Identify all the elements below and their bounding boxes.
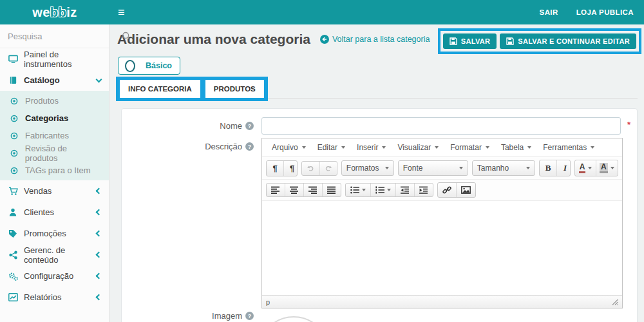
editor-menubar: Arquivo Editar Inserir Visualizar Format… [262,138,622,157]
sidebar-item-relatorios[interactable]: Relatórios [0,287,109,308]
menu-visualizar[interactable]: Visualizar [392,140,444,155]
help-icon[interactable]: ? [245,122,254,130]
required-asterisk: * [627,120,630,129]
sidebar-item-label: Catálogo [24,75,91,85]
editor-toolbar-row2 [262,180,622,201]
brand-logo[interactable]: webbiz [0,5,109,20]
bold-button[interactable]: B [540,160,556,176]
logout-link[interactable]: SAIR [540,8,558,16]
image-button[interactable] [456,183,475,197]
basico-toggle[interactable]: Básico [118,57,180,75]
sidebar-subitem-label: Categorias [25,113,68,123]
tab-info-categoria[interactable]: INFO CATEGORIA [120,80,200,98]
font-group: Fonte [398,160,468,176]
chevron-left-icon [96,252,102,258]
text-color-icon: A [579,163,586,173]
sidebar-subitem-label: TAGs para o Item [25,166,91,175]
link-button[interactable] [438,183,456,197]
menu-arquivo[interactable]: Arquivo [266,140,312,155]
formats-dropdown[interactable]: Formatos [342,161,393,175]
menu-inserir[interactable]: Inserir [351,140,392,155]
menu-formatar[interactable]: Formatar [444,140,495,155]
chevron-down-icon [588,167,592,169]
menu-label: Editar [317,143,337,152]
sidebar-item-configuracao[interactable]: Configuração [0,265,109,287]
media-group [437,182,476,198]
rtl-button[interactable]: ¶ [283,161,298,176]
bullet-list-button[interactable] [346,184,370,196]
indent-button[interactable] [414,184,433,196]
background-color-icon: A [600,163,608,173]
undo-button[interactable] [302,162,319,175]
align-center-button[interactable] [285,184,303,196]
public-store-link[interactable]: LOJA PUBLICA [576,8,634,16]
formats-group: Formatos [341,160,394,176]
help-icon[interactable]: ? [245,312,254,320]
chart-line-icon [8,293,18,301]
sidebar-item-clientes[interactable]: Clientes [0,202,109,223]
sidebar-subitem-categorias[interactable]: Categorias [0,109,109,127]
floppy-disk-icon [450,37,457,45]
chevron-down-icon [382,146,386,149]
page-title: Adicionar uma nova categoria [117,32,310,47]
numbered-list-button[interactable] [370,184,395,196]
sidebar-subitem-produtos[interactable]: Produtos [0,92,109,109]
menu-ferramentas[interactable]: Ferramentas [537,140,600,155]
app-root: webbiz ≡ SAIR LOJA PUBLICA Painel de ins… [0,0,644,322]
brand-logo-iz: iz [66,5,77,19]
toggle-label: Básico [146,61,172,70]
sidebar-subitem-revisao[interactable]: Revisão de produtos [0,144,109,162]
size-dropdown[interactable]: Tamanho [473,161,535,175]
search-icon[interactable] [121,31,131,42]
chevron-down-icon [486,146,489,149]
menu-tabela[interactable]: Tabela [495,140,537,155]
redo-button[interactable] [319,162,337,175]
sidebar-item-label: Clientes [24,207,91,217]
italic-button[interactable]: I [556,160,571,176]
element-path[interactable]: p [266,298,270,306]
align-left-button[interactable] [267,184,285,196]
save-button[interactable]: SALVAR [443,33,497,49]
nome-input[interactable] [261,117,621,135]
pilcrow-icon: ¶ [290,164,294,173]
color-group: A A [574,160,618,176]
save-buttons-highlight: SALVAR SALVAR E CONTINUAR EDITAR [438,28,641,54]
sidebar-item-gerenc-conteudo[interactable]: Gerenc. de conteúdo [0,244,109,265]
font-dropdown[interactable]: Fonte [399,161,468,175]
image-placeholder[interactable] [258,316,329,322]
gears-icon [8,272,18,281]
sidebar-subitem-tags[interactable]: TAGs para o Item [0,162,109,179]
sidebar-subitem-fabricantes[interactable]: Fabricantes [0,127,109,144]
resize-handle-icon[interactable] [612,299,618,305]
menu-label: Tabela [501,143,524,152]
hamburger-menu-icon[interactable]: ≡ [118,6,125,18]
text-color-button[interactable]: A [575,160,596,176]
font-label: Fonte [403,164,423,173]
sidebar-item-dashboard[interactable]: Painel de instrumentos [0,48,109,70]
menu-label: Inserir [357,143,378,152]
background-color-button[interactable]: A [596,160,618,176]
chevron-left-icon [96,188,102,194]
align-justify-button[interactable] [322,184,341,196]
chevron-down-icon [435,146,439,149]
menu-editar[interactable]: Editar [312,140,351,155]
save-and-continue-button[interactable]: SALVAR E CONTINUAR EDITAR [500,33,636,49]
cart-icon [8,187,18,196]
ltr-button[interactable]: ¶ [267,161,283,176]
search-input[interactable] [8,32,121,41]
editor-content-area[interactable] [262,201,622,295]
undo-redo-group [301,161,337,176]
form-panel: Nome ? * Descrição ? Arquivo Editar Inse… [121,108,638,322]
size-label: Tamanho [477,164,509,173]
align-right-button[interactable] [303,184,322,196]
sidebar-search [0,24,109,48]
back-to-list-link[interactable]: Voltar para a lista categoria [320,35,430,44]
tab-produtos[interactable]: PRODUTOS [205,80,264,98]
pilcrow-icon: ¶ [272,164,277,173]
sidebar-item-catalogo[interactable]: Catálogo [0,70,109,91]
sidebar-item-promocoes[interactable]: Promoções [0,223,109,244]
sidebar-subitem-label: Produtos [25,96,59,106]
sidebar-item-vendas[interactable]: Vendas [0,180,109,202]
help-icon[interactable]: ? [245,142,254,151]
outdent-button[interactable] [395,184,414,196]
